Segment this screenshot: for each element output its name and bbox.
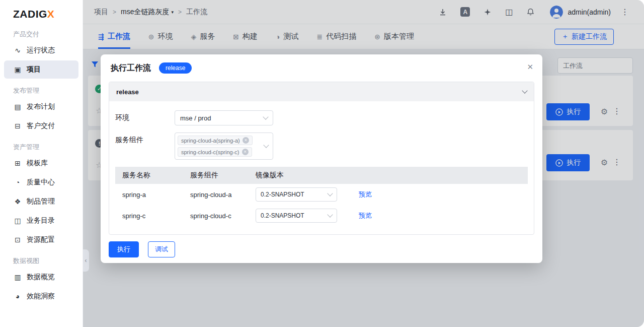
sidebar-item-label: 客户交付 <box>27 121 55 130</box>
table-row: spring-c spring-cloud-c 0.2-SNAPSHOT 预览 <box>115 205 528 226</box>
preview-link[interactable]: 预览 <box>359 190 372 199</box>
env-label: 环境 <box>115 110 175 122</box>
table-header-image-version: 镜像版本 <box>256 171 359 180</box>
sidebar-item-label: 效能洞察 <box>27 292 55 301</box>
preview-link[interactable]: 预览 <box>359 211 372 220</box>
services-multiselect[interactable]: spring-cloud-a(spring-a) × spring-cloud-… <box>175 133 273 160</box>
data-overview-icon: ▥ <box>13 273 22 281</box>
chevron-down-icon <box>263 114 268 119</box>
insight-icon: ◕ <box>13 292 22 300</box>
dialog-title: 执行工作流 <box>111 63 151 74</box>
service-tag: spring-cloud-a(spring-a) × <box>178 136 253 145</box>
sidebar-item-label: 业务目录 <box>27 216 55 225</box>
resource-icon: ⊡ <box>13 236 22 244</box>
chevron-down-icon <box>263 142 269 148</box>
run-workflow-dialog: 执行工作流 release ✕ release 环境 mse / prod 服务… <box>101 54 542 263</box>
sidebar-item-release-plan[interactable]: ▤ 发布计划 <box>4 98 78 116</box>
service-name-cell: spring-c <box>122 212 190 220</box>
dialog-header: 执行工作流 release <box>101 54 542 79</box>
project-icon: ▣ <box>13 66 22 74</box>
sidebar-item-template-library[interactable]: ⊞ 模板库 <box>4 154 78 172</box>
sidebar-section-release-management: 发布管理 <box>13 86 83 95</box>
component-cell: spring-cloud-c <box>190 212 256 220</box>
table-header-component: 服务组件 <box>190 171 256 180</box>
sidebar-item-business-catalog[interactable]: ◫ 业务目录 <box>4 212 78 230</box>
brand-logo[interactable]: ZADIGX <box>0 0 83 22</box>
stage-panel-body: 环境 mse / prod 服务组件 spring-cloud-a(spring… <box>109 101 534 234</box>
dialog-footer: 执行 调试 <box>101 235 542 264</box>
component-cell: spring-cloud-a <box>190 191 256 199</box>
stage-panel-title: release <box>116 88 139 96</box>
release-plan-icon: ▤ <box>13 103 22 111</box>
sidebar-item-resource-config[interactable]: ⊡ 资源配置 <box>4 231 78 249</box>
tag-remove-icon[interactable]: × <box>243 137 249 144</box>
sidebar: ZADIGX 产品交付 ∿ 运行状态 ▣ 项目 发布管理 ▤ 发布计划 ⊟ 客户… <box>0 0 83 327</box>
sidebar-item-label: 资源配置 <box>27 235 55 244</box>
sidebar-item-data-overview[interactable]: ▥ 数据概览 <box>4 268 78 286</box>
modal-run-button[interactable]: 执行 <box>109 241 139 257</box>
env-row: 环境 mse / prod <box>115 110 528 125</box>
stage-panel-header[interactable]: release <box>109 82 534 101</box>
sidebar-item-label: 制品管理 <box>27 197 55 206</box>
modal-debug-button[interactable]: 调试 <box>148 241 175 257</box>
sidebar-section-data-view: 数据视图 <box>13 256 83 266</box>
sidebar-item-projects[interactable]: ▣ 项目 <box>4 60 78 79</box>
sidebar-item-label: 数据概览 <box>27 273 55 282</box>
version-select[interactable]: 0.2-SNAPSHOT <box>256 209 337 223</box>
sidebar-item-quality-center[interactable]: ◔ 质量中心 <box>4 173 78 191</box>
sidebar-item-label: 项目 <box>27 65 41 74</box>
brand-logo-accent: X <box>47 8 55 20</box>
chevron-down-icon <box>522 88 527 93</box>
chevron-down-icon <box>327 212 333 217</box>
service-tag: spring-cloud-c(spring-c) × <box>178 147 252 157</box>
app-window: ZADIGX 产品交付 ∿ 运行状态 ▣ 项目 发布管理 ▤ 发布计划 ⊟ 客户… <box>0 0 644 327</box>
sidebar-item-label: 运行状态 <box>27 46 55 55</box>
stage-panel: release 环境 mse / prod 服务组件 spring-cloud-… <box>109 82 534 235</box>
selected-version-value: 0.2-SNAPSHOT <box>261 191 304 198</box>
workflow-badge: release <box>159 62 192 74</box>
services-table: 服务名称 服务组件 镜像版本 spring-a spring-cloud-a 0… <box>115 167 528 226</box>
table-header-row: 服务名称 服务组件 镜像版本 <box>115 167 528 184</box>
artifact-icon: ❖ <box>13 198 22 206</box>
tag-remove-icon[interactable]: × <box>242 149 249 155</box>
services-label: 服务组件 <box>115 133 175 145</box>
table-header-service-name: 服务名称 <box>122 171 190 180</box>
chevron-down-icon <box>327 190 333 196</box>
services-row: 服务组件 spring-cloud-a(spring-a) × spring-c… <box>115 133 528 160</box>
version-select[interactable]: 0.2-SNAPSHOT <box>256 187 337 202</box>
sidebar-item-label: 质量中心 <box>27 178 55 187</box>
service-name-cell: spring-a <box>122 191 190 199</box>
table-row: spring-a spring-cloud-a 0.2-SNAPSHOT 预览 <box>115 184 528 205</box>
waveform-icon: ∿ <box>13 46 22 54</box>
sidebar-item-artifact-management[interactable]: ❖ 制品管理 <box>4 192 78 211</box>
sidebar-item-customer-delivery[interactable]: ⊟ 客户交付 <box>4 117 78 135</box>
catalog-icon: ◫ <box>13 217 22 225</box>
sidebar-section-product-delivery: 产品交付 <box>13 30 83 39</box>
sidebar-item-label: 发布计划 <box>27 102 55 111</box>
sidebar-item-run-status[interactable]: ∿ 运行状态 <box>4 41 78 59</box>
customer-delivery-icon: ⊟ <box>13 122 22 130</box>
close-icon[interactable]: ✕ <box>527 62 533 72</box>
template-icon: ⊞ <box>13 159 22 167</box>
env-select[interactable]: mse / prod <box>175 110 273 125</box>
selected-version-value: 0.2-SNAPSHOT <box>261 212 304 219</box>
sidebar-item-label: 模板库 <box>27 159 48 168</box>
sidebar-section-asset-management: 资产管理 <box>13 143 83 152</box>
brand-logo-text: ZADIG <box>13 8 47 20</box>
quality-icon: ◔ <box>13 178 22 186</box>
selected-env-value: mse / prod <box>180 114 211 122</box>
sidebar-item-performance-insight[interactable]: ◕ 效能洞察 <box>4 287 78 305</box>
sidebar-collapse-handle[interactable]: ‹ <box>83 249 89 272</box>
